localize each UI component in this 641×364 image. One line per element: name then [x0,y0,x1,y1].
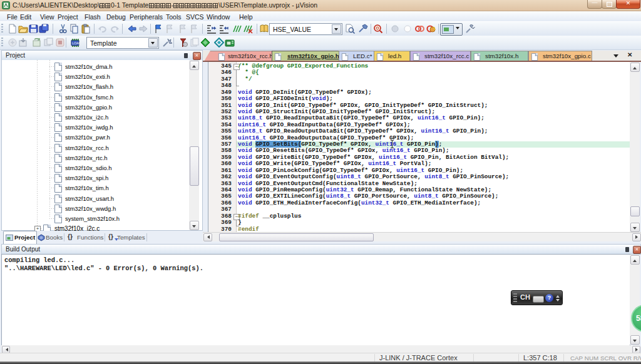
svg-text:LOAD: LOAD [72,41,80,45]
